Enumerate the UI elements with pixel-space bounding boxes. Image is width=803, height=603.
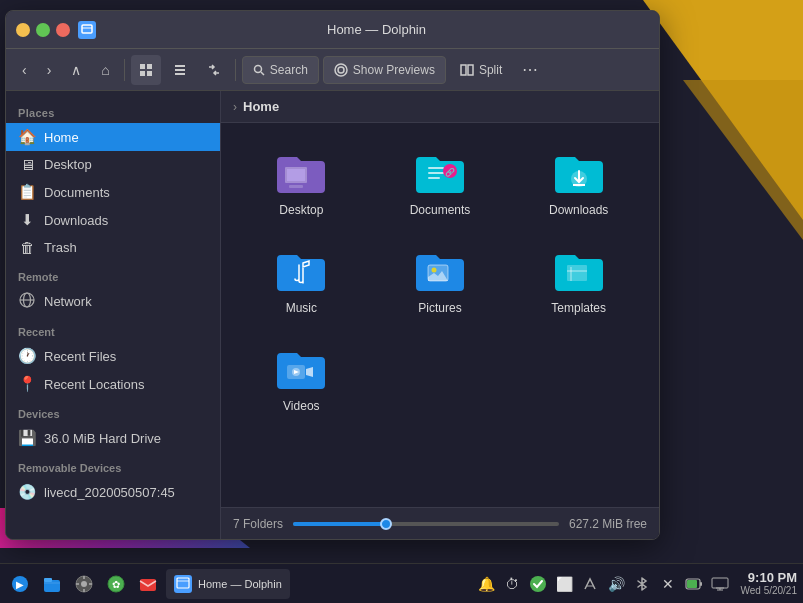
sidebar: Places 🏠 Home 🖥 Desktop 📋 Documents ⬇ Do… (6, 91, 221, 539)
svg-point-12 (338, 67, 344, 73)
split-button[interactable]: Split (450, 56, 512, 84)
sidebar-recent-locations-label: Recent Locations (44, 377, 144, 392)
places-section-label: Places (6, 99, 220, 123)
sidebar-item-desktop[interactable]: 🖥 Desktop (6, 151, 220, 178)
forward-icon: › (47, 62, 52, 78)
free-space: 627.2 MiB free (569, 517, 647, 531)
list-view-button[interactable] (165, 55, 195, 85)
size-slider[interactable] (293, 522, 559, 526)
taskbar-settings-icon[interactable] (70, 570, 98, 598)
home-sidebar-icon: 🏠 (18, 128, 36, 146)
show-previews-button[interactable]: Show Previews (323, 56, 446, 84)
taskbar-mail-icon[interactable] (134, 570, 162, 598)
svg-rect-20 (289, 185, 303, 188)
folder-documents[interactable]: 🔗 Documents (376, 139, 505, 227)
minimize-button[interactable] (16, 23, 30, 37)
dolphin-window: Home — Dolphin ‹ › ∧ ⌂ (5, 10, 660, 540)
folder-music[interactable]: Music (237, 237, 366, 325)
svg-point-47 (530, 576, 546, 592)
folder-templates-icon (551, 247, 607, 295)
tray-network-icon[interactable] (580, 574, 600, 594)
sidebar-item-network[interactable]: Network (6, 287, 220, 316)
tray-volume-icon[interactable]: 🔊 (606, 574, 626, 594)
game-icon: ✿ (106, 574, 126, 594)
window-title: Home — Dolphin (104, 22, 649, 37)
folder-pictures[interactable]: Pictures (376, 237, 505, 325)
maximize-button[interactable] (36, 23, 50, 37)
home-button[interactable]: ⌂ (93, 55, 117, 85)
tray-bell-icon[interactable]: 🔔 (476, 574, 496, 594)
close-button[interactable] (56, 23, 70, 37)
sidebar-item-hard-drive[interactable]: 💾 36.0 MiB Hard Drive (6, 424, 220, 452)
toggle-button[interactable] (199, 55, 229, 85)
downloads-sidebar-icon: ⬇ (18, 211, 36, 229)
tray-bluetooth-icon[interactable] (632, 574, 652, 594)
devices-section-label: Devices (6, 398, 220, 424)
folder-downloads-icon (551, 149, 607, 197)
svg-text:▶: ▶ (16, 579, 24, 590)
documents-sidebar-icon: 📋 (18, 183, 36, 201)
svg-point-11 (335, 64, 347, 76)
up-button[interactable]: ∧ (63, 55, 89, 85)
folder-templates[interactable]: Templates (514, 237, 643, 325)
svg-point-9 (254, 65, 261, 72)
tray-check-icon[interactable] (528, 574, 548, 594)
home-icon: ⌂ (101, 62, 109, 78)
svg-rect-21 (428, 167, 444, 169)
back-button[interactable]: ‹ (14, 55, 35, 85)
sidebar-item-documents[interactable]: 📋 Documents (6, 178, 220, 206)
slider-thumb (380, 518, 392, 530)
status-bar: 7 Folders 627.2 MiB free (221, 507, 659, 539)
separator-2 (235, 59, 236, 81)
grid-view-button[interactable] (131, 55, 161, 85)
sidebar-item-recent-files[interactable]: 🕐 Recent Files (6, 342, 220, 370)
sidebar-item-livecd[interactable]: 💿 livecd_2020050507:45 (6, 478, 220, 506)
sidebar-item-trash[interactable]: 🗑 Trash (6, 234, 220, 261)
svg-rect-30 (567, 265, 587, 281)
sidebar-item-recent-locations[interactable]: 📍 Recent Locations (6, 370, 220, 398)
slider-track (293, 522, 559, 526)
back-icon: ‹ (22, 62, 27, 78)
tray-x-icon[interactable]: ✕ (658, 574, 678, 594)
tray-clock-icon[interactable]: ⏱ (502, 574, 522, 594)
folder-documents-name: Documents (410, 203, 471, 217)
folder-videos[interactable]: Videos (237, 335, 366, 423)
search-label: Search (270, 63, 308, 77)
breadcrumb-bar: › Home (221, 91, 659, 123)
sidebar-item-home[interactable]: 🏠 Home (6, 123, 220, 151)
svg-rect-45 (177, 578, 189, 588)
icons-grid: Desktop 🔗 Documents (221, 123, 659, 507)
more-icon: ⋯ (522, 61, 538, 78)
decor-triangle-yellow2 (683, 80, 803, 240)
bluetooth-icon (635, 576, 649, 592)
split-icon (460, 63, 474, 77)
svg-rect-38 (44, 578, 52, 582)
folder-downloads[interactable]: Downloads (514, 139, 643, 227)
svg-rect-14 (468, 65, 473, 75)
tray-screen-icon[interactable]: ⬜ (554, 574, 574, 594)
desktop-sidebar-icon: 🖥 (18, 156, 36, 173)
tray-battery-icon[interactable] (684, 574, 704, 594)
taskbar-files-icon[interactable] (38, 570, 66, 598)
taskbar-game-icon[interactable]: ✿ (102, 570, 130, 598)
breadcrumb-home[interactable]: Home (243, 99, 279, 114)
sidebar-item-downloads[interactable]: ⬇ Downloads (6, 206, 220, 234)
forward-button[interactable]: › (39, 55, 60, 85)
taskbar-clock[interactable]: 9:10 PM Wed 5/20/21 (740, 570, 797, 598)
check-circle-icon (529, 575, 547, 593)
list-icon (173, 63, 187, 77)
svg-rect-50 (700, 582, 702, 586)
taskbar-dolphin-app[interactable]: Home — Dolphin (166, 569, 290, 599)
tray-network2-icon[interactable] (710, 574, 730, 594)
search-button[interactable]: Search (242, 56, 319, 84)
sidebar-home-label: Home (44, 130, 79, 145)
more-button[interactable]: ⋯ (516, 56, 544, 84)
svg-rect-49 (687, 580, 697, 588)
svg-rect-3 (147, 64, 152, 69)
folder-desktop[interactable]: Desktop (237, 139, 366, 227)
folder-music-name: Music (286, 301, 317, 315)
file-pane: › Home Desktop (221, 91, 659, 539)
taskbar-tray: 🔔 ⏱ ⬜ 🔊 ✕ (476, 574, 730, 594)
taskbar-start-icon[interactable]: ▶ (6, 570, 34, 598)
taskbar: ▶ ✿ (0, 563, 803, 603)
